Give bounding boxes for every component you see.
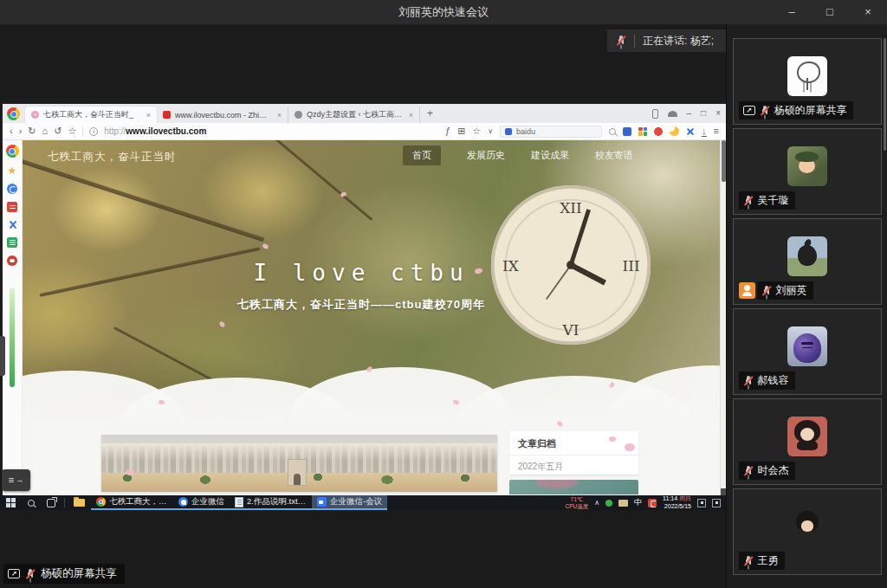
meeting-window: 刘丽英的快速会议 – □ × 正在讲话: 杨艺; 七秩工商大，奋斗正当时_ ×: [0, 0, 887, 588]
campus-clock-tower-art: [288, 459, 307, 486]
screenshot-scissors-icon[interactable]: [8, 220, 17, 229]
refresh-button[interactable]: ↻: [28, 126, 36, 136]
start-button[interactable]: [0, 495, 22, 510]
nav-home[interactable]: 首页: [403, 145, 441, 165]
participant-tile[interactable]: 刘丽英: [733, 218, 882, 305]
window-controls: – □ ×: [773, 0, 887, 24]
collapsed-side-tab[interactable]: [0, 336, 5, 376]
forward-button[interactable]: ›: [19, 126, 23, 136]
taskbar-item-wecom[interactable]: 企业微信: [173, 495, 230, 510]
tray-red-app-icon[interactable]: [648, 499, 657, 507]
tray-green-app-icon[interactable]: [605, 500, 612, 507]
petal: [340, 191, 346, 197]
task-view-button[interactable]: [41, 495, 62, 510]
article-image-card[interactable]: [101, 435, 497, 492]
extensions-grid-icon[interactable]: ⊞: [457, 126, 465, 136]
back-button[interactable]: ‹: [10, 126, 13, 136]
browser-maximize-button[interactable]: □: [701, 109, 706, 118]
nav-achievements[interactable]: 建设成果: [531, 149, 569, 162]
browser-side-logo-icon[interactable]: [6, 145, 19, 158]
tab-close-icon[interactable]: ×: [409, 111, 413, 120]
toolbar-expand-button[interactable]: ≡ →: [2, 469, 30, 491]
search-box[interactable]: baidu: [500, 126, 602, 138]
tray-media-icon[interactable]: [697, 499, 706, 507]
meeting-title: 刘丽英的快速会议: [0, 0, 887, 24]
tab-close-icon[interactable]: ×: [146, 111, 151, 120]
nav-history[interactable]: 发展历史: [467, 149, 505, 162]
participant-tile[interactable]: 吴千璇: [733, 128, 882, 215]
file-explorer-button[interactable]: [68, 495, 91, 510]
archive-link[interactable]: 2022年五月: [509, 456, 638, 478]
night-mode-icon[interactable]: [670, 126, 679, 136]
xunlei-icon[interactable]: [686, 127, 695, 136]
browser-tab-1[interactable]: 七秩工商大，奋斗正当时_ ×: [25, 107, 157, 123]
tray-expand-icon[interactable]: ∧: [594, 500, 599, 507]
new-tab-button[interactable]: +: [427, 107, 433, 120]
browser-tab-3[interactable]: Qzdy主题设置 ‹ 七秩工商大… ×: [288, 107, 420, 123]
taskbar-item-browser[interactable]: 七秩工商大，奋斗正...: [91, 495, 173, 510]
toolbar-right: ƒ ⊞ ☆ ∨ baidu ↓ ≡: [445, 126, 719, 138]
menu-icon[interactable]: ≡: [714, 126, 719, 136]
nav-alumni[interactable]: 校友寄语: [595, 149, 633, 162]
petal: [262, 243, 269, 250]
favorites-star-icon[interactable]: ★: [8, 165, 17, 176]
apps-icon[interactable]: [638, 127, 647, 136]
minimize-button[interactable]: –: [773, 0, 811, 24]
chrome-icon: [96, 497, 106, 507]
login-icon[interactable]: [623, 127, 631, 136]
undo-button[interactable]: ↺: [54, 126, 62, 136]
participant-tile[interactable]: ↗ 杨硕的屏幕共享: [733, 38, 882, 125]
share-source-label: ↗ 杨硕的屏幕共享: [3, 564, 125, 584]
home-button[interactable]: ⌂: [42, 126, 49, 136]
tab-close-icon[interactable]: ×: [277, 111, 282, 120]
site-info-icon[interactable]: i: [89, 127, 98, 136]
tray-folder-icon[interactable]: [618, 500, 628, 507]
scrollbar-thumb[interactable]: [722, 140, 726, 182]
hero-fade: [3, 390, 720, 430]
participant-tile[interactable]: 王勇: [733, 488, 882, 575]
participant-tile[interactable]: 时会杰: [733, 398, 882, 485]
address-bar[interactable]: http://www.ilovectbu.com: [104, 126, 206, 136]
participant-tile[interactable]: 郝钱容: [733, 308, 882, 395]
taskbar-item-notepad[interactable]: 2.作品说明.txt - 记事本: [230, 495, 312, 510]
divider: [64, 498, 65, 507]
browser-close-button[interactable]: ×: [715, 109, 721, 118]
avatar: [787, 326, 827, 366]
pdf-tool-icon[interactable]: [7, 202, 17, 212]
participant-name: 杨硕的屏幕共享: [774, 103, 847, 118]
close-button[interactable]: ×: [849, 0, 887, 24]
maximize-button[interactable]: □: [811, 0, 849, 24]
folder-icon: [74, 499, 85, 507]
cpu-temp-value: 71℃: [565, 496, 588, 502]
bookmark-star-icon[interactable]: ☆: [68, 126, 76, 136]
ime-indicator[interactable]: 中: [634, 499, 642, 507]
page-scrollbar[interactable]: [720, 140, 726, 495]
history-icon[interactable]: [7, 184, 17, 194]
incognito-icon[interactable]: [668, 111, 677, 117]
tray-time: 11:14: [663, 495, 677, 501]
favorite-star-icon[interactable]: ☆: [472, 126, 481, 136]
thunder-icon[interactable]: ƒ: [445, 126, 450, 136]
eye-protect-icon[interactable]: [7, 255, 17, 266]
url-host: www.ilovectbu.com: [126, 126, 206, 136]
hero-banner: XII III VI IX 七秩工商大，奋斗正当时 首页 发展历史 建设成果: [3, 140, 720, 430]
svg-text:XII: XII: [560, 199, 581, 216]
download-icon[interactable]: ↓: [702, 126, 707, 137]
search-icon[interactable]: [609, 128, 616, 135]
taskbar-clock[interactable]: 11:14 周日 2022/5/15: [663, 495, 691, 511]
muted-mic-icon: [761, 285, 772, 297]
browser-tab-2[interactable]: www.ilovectbu.com - ZhiMap ×: [157, 107, 288, 123]
tray-notification-icon[interactable]: [712, 499, 721, 507]
taskbar-item-meeting[interactable]: 企业微信-会议: [312, 495, 387, 510]
browser-logo-icon[interactable]: [7, 107, 20, 120]
mobile-view-icon[interactable]: [652, 109, 658, 119]
panel-scrollbar[interactable]: [884, 38, 886, 151]
notes-icon[interactable]: [7, 237, 17, 248]
meeting-titlebar: 刘丽英的快速会议 – □ ×: [0, 0, 887, 24]
name-chip: ↗ 杨硕的屏幕共享: [739, 101, 853, 120]
youku-icon[interactable]: [654, 127, 663, 136]
browser-minimize-button[interactable]: –: [687, 109, 692, 118]
dropdown-icon[interactable]: ∨: [488, 128, 493, 135]
divider: [634, 35, 635, 48]
taskbar-search-button[interactable]: [22, 495, 41, 510]
